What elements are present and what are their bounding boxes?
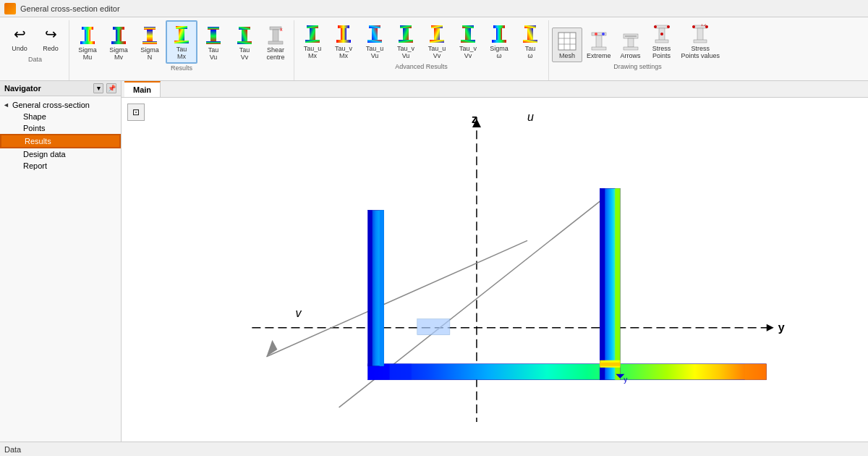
svg-rect-84 [368,364,767,380]
svg-rect-17 [237,41,252,44]
workspace: Navigator ▾ 📌 ◄ General cross-section Sh… [0,81,868,442]
svg-rect-37 [462,25,474,28]
sigma-mv-button[interactable]: SigmaMv [103,22,134,64]
sigma-n-button[interactable]: SigmaN [135,22,165,64]
svg-rect-68 [694,40,707,43]
stress-points-button[interactable]: StressPoints [647,20,677,62]
tau-vu-button[interactable]: TauVu [198,22,229,64]
nav-design-data-label: Design data [23,150,66,159]
navigator-header: Navigator ▾ 📌 [0,81,121,96]
svg-rect-86 [390,364,412,380]
tau-mx-button[interactable]: TauMx [166,20,197,64]
toolbar-group-data: ↩ Undo ↪ Redo Data [4,20,69,80]
svg-rect-60 [655,25,668,28]
status-bar: Data [0,442,868,456]
svg-rect-2 [80,41,95,44]
sigma-mu-button[interactable]: SigmaMu [72,22,103,64]
svg-rect-67 [697,28,703,41]
svg-rect-44 [527,28,533,41]
tau-omega-button[interactable]: Tauω [515,20,545,62]
tau-u-mx-button[interactable]: Tau_uMx [297,20,328,62]
svg-text:y: y [624,376,627,384]
svg-text:x: x [280,27,283,32]
arrows-icon [619,30,642,53]
nav-item-shape[interactable]: Shape [0,111,121,122]
svg-rect-36 [430,40,444,43]
tabs-bar: Main [122,81,868,98]
mesh-label: Mesh [559,53,575,60]
svg-rect-43 [524,25,536,28]
svg-rect-34 [431,25,443,28]
svg-rect-31 [400,25,412,28]
navigator-dropdown-btn[interactable]: ▾ [93,83,103,93]
nav-item-design-data[interactable]: Design data [0,148,121,160]
svg-rect-23 [310,28,315,41]
svg-rect-7 [147,30,153,43]
results-group-label: Results [72,64,291,72]
tab-main[interactable]: Main [124,81,161,97]
sigma-omega-button[interactable]: Sigmaω [484,20,514,62]
svg-rect-5 [111,41,126,44]
svg-rect-28 [369,25,380,28]
toolbar-group-drawing: Mesh Extreme Arrows [552,20,726,80]
undo-button[interactable]: ↩ Undo [4,20,35,55]
svg-rect-85 [368,364,390,380]
svg-rect-53 [592,47,606,50]
arrows-button[interactable]: Arrows [616,28,646,62]
mesh-button[interactable]: Mesh [552,28,582,62]
sigma-mu-icon [77,25,98,46]
svg-rect-62 [655,40,668,43]
nav-shape-label: Shape [23,112,46,121]
tau-v-vu-button[interactable]: Tau_vVu [391,20,421,62]
svg-rect-1 [85,30,90,43]
main-content: Main ⊡ [122,81,868,442]
nav-item-report[interactable]: Report [0,160,121,172]
nav-item-general-cross-section[interactable]: ◄ General cross-section [0,99,121,111]
redo-button[interactable]: ↪ Redo [35,20,66,55]
nav-results-label: Results [25,137,51,145]
tau-v-vv-button[interactable]: Tau_vVv [453,20,483,62]
nav-item-results[interactable]: Results [0,134,121,148]
toolbar: ↩ Undo ↪ Redo Data SigmaMu [0,17,868,81]
title-bar: General cross-section editor [0,0,868,17]
shear-centre-button[interactable]: x Shearcentre [260,22,291,64]
svg-line-82 [266,240,527,356]
stress-points-label: StressPoints [652,46,671,60]
svg-rect-58 [624,47,638,50]
svg-rect-6 [144,27,156,30]
tau-u-vv-button[interactable]: Tau_uVv [422,20,452,62]
svg-text:y: y [778,321,785,334]
nav-item-points[interactable]: Points [0,122,121,134]
tau-vv-button[interactable]: TauVv [229,22,260,64]
canvas-area[interactable]: ⊡ [122,98,868,442]
svg-rect-11 [174,41,189,43]
svg-point-63 [654,25,657,28]
stress-points-values-label: StressPoints values [681,46,720,60]
svg-point-55 [602,33,605,35]
svg-rect-90 [380,210,384,366]
svg-rect-38 [465,28,471,41]
svg-point-69 [692,25,695,28]
svg-rect-35 [434,28,440,41]
svg-rect-96 [417,319,450,335]
svg-rect-45 [523,40,537,43]
svg-rect-32 [403,28,409,41]
fit-button[interactable]: ⊡ [127,104,145,121]
svg-rect-0 [82,27,93,30]
svg-rect-39 [461,40,475,43]
navigator-pin-btn[interactable]: 📌 [106,83,116,93]
extreme-button[interactable]: Extreme [583,28,615,62]
tau-v-mx-button[interactable]: Tau_vMx [328,20,359,62]
cross-section-canvas: z y u v [122,98,868,442]
tau-u-vu-button[interactable]: Tau_uVu [359,20,390,62]
nav-tree: ◄ General cross-section Shape Points Res… [0,96,121,174]
svg-rect-9 [176,26,187,29]
redo-icon: ↪ [39,22,62,46]
svg-rect-22 [307,25,318,28]
svg-rect-57 [628,38,634,47]
nav-report-label: Report [23,161,47,170]
svg-rect-30 [367,40,382,43]
stress-points-values-button[interactable]: 1.2 StressPoints values [678,20,724,62]
svg-rect-95 [600,363,620,366]
svg-rect-33 [399,40,413,43]
